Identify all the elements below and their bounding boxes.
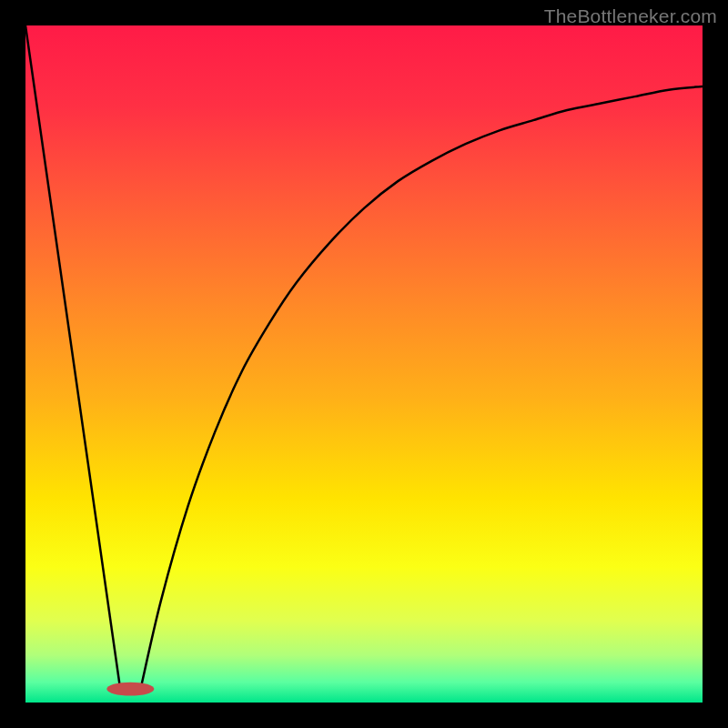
minimum-marker (106, 682, 154, 696)
watermark-text: TheBottleneker.com (544, 5, 717, 27)
gradient-background (25, 25, 703, 703)
plot-area (25, 25, 703, 703)
chart-frame: TheBottleneker.com (0, 0, 728, 728)
chart-svg (25, 25, 703, 703)
